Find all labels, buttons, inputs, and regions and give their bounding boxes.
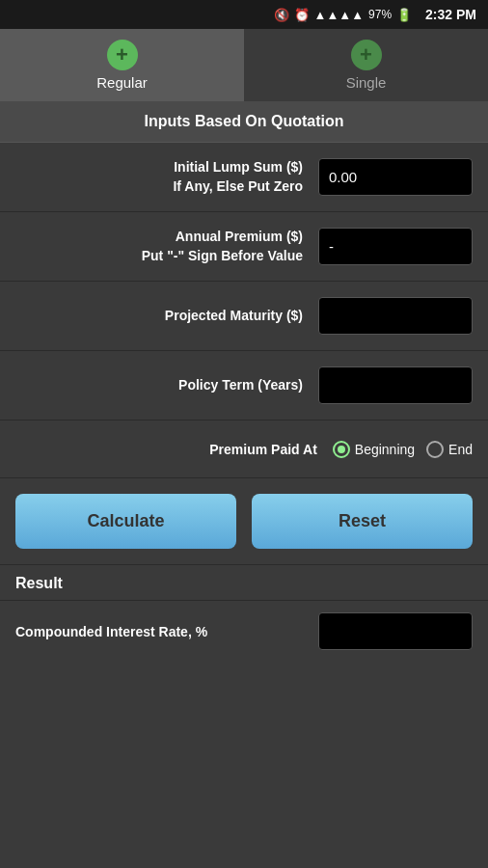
bottom-fill [0,662,488,868]
reset-button[interactable]: Reset [252,494,473,549]
radio-beginning[interactable]: Beginning [333,441,415,458]
projected-maturity-label: Projected Maturity ($) [15,307,318,326]
radio-end[interactable]: End [426,441,473,458]
tab-regular-label: Regular [96,74,148,91]
inputs-section-header: Inputs Based On Quotation [0,101,488,143]
radio-beginning-inner [338,446,345,453]
radio-end-circle [426,441,444,458]
tab-single-label: Single [346,74,387,91]
battery-label: 97% [368,8,392,21]
premium-paid-at-label: Premium Paid At [15,442,333,457]
policy-term-input[interactable] [318,366,473,404]
battery-icon: 🔋 [396,8,412,22]
radio-beginning-circle [333,441,350,458]
tab-single[interactable]: + Single [244,29,488,101]
signal-icon: ▲▲▲▲ [314,8,364,22]
mute-icon: 🔇 [274,8,289,22]
status-bar: 🔇 ⏰ ▲▲▲▲ 97% 🔋 2:32 PM [0,0,488,29]
section-header-title: Inputs Based On Quotation [144,113,343,129]
compounded-rate-input-wrapper [318,612,473,650]
policy-term-input-wrapper [318,366,473,404]
policy-term-row: Policy Term (Years) [0,351,488,420]
compounded-rate-row: Compounded Interest Rate, % [0,601,488,662]
tab-regular[interactable]: + Regular [0,29,244,101]
annual-premium-row: Annual Premium ($) Put "-" Sign Before V… [0,212,488,282]
status-icons: 🔇 ⏰ ▲▲▲▲ 97% 🔋 [274,8,413,22]
result-section: Result [0,565,488,601]
initial-lump-sum-input-wrapper [318,158,473,196]
premium-paid-at-row: Premium Paid At Beginning End [0,420,488,478]
annual-premium-label: Annual Premium ($) Put "-" Sign Before V… [15,228,318,265]
result-title: Result [15,575,63,591]
main-content: Inputs Based On Quotation Initial Lump S… [0,101,488,868]
compounded-rate-input[interactable] [318,612,473,650]
button-row: Calculate Reset [0,478,488,565]
radio-options: Beginning End [333,441,473,458]
status-time: 2:32 PM [425,7,476,22]
tab-bar: + Regular + Single [0,29,488,101]
alarm-icon: ⏰ [294,8,310,22]
tab-regular-icon: + [107,40,138,70]
initial-lump-sum-label: Initial Lump Sum ($) If Any, Else Put Ze… [15,158,318,196]
compounded-rate-label: Compounded Interest Rate, % [15,624,318,639]
initial-lump-sum-row: Initial Lump Sum ($) If Any, Else Put Ze… [0,143,488,212]
projected-maturity-row: Projected Maturity ($) [0,282,488,351]
policy-term-label: Policy Term (Years) [15,376,318,395]
projected-maturity-input[interactable] [318,297,473,335]
tab-single-icon: + [351,40,382,70]
calculate-button[interactable]: Calculate [15,494,236,549]
annual-premium-input-wrapper [318,228,473,265]
projected-maturity-input-wrapper [318,297,473,335]
initial-lump-sum-input[interactable] [318,158,473,196]
annual-premium-input[interactable] [318,228,473,265]
